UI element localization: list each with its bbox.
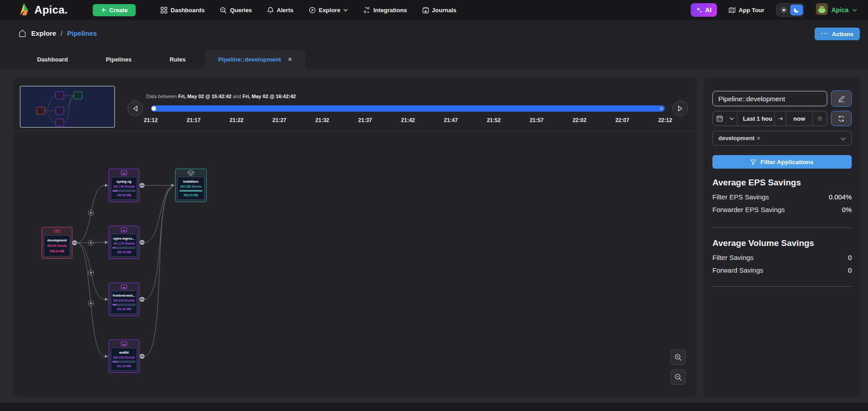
funnel-icon [750,159,756,165]
selected-tag-label: development [718,135,754,142]
graph-node-syslog-ng[interactable]: syslog-ng 102.74K Events 104.82 MB [109,169,139,202]
tab-pipelines[interactable]: Pipelines [87,50,151,69]
node-events: 100.41K Events [113,356,135,359]
nav-item-integrations[interactable]: Integrations [363,7,407,14]
stat-value: 0% [842,206,852,213]
time-range-picker[interactable]: Last 1 hou now ☆ [712,111,827,126]
node-size: 508.03 MB [50,250,64,253]
remove-tag-icon[interactable]: × [757,135,760,142]
zoom-in-icon [674,354,682,361]
node-progress [112,190,136,192]
zoom-in-button[interactable] [670,350,686,365]
apica-logo-icon [17,3,31,17]
node-body: auditd 100.41K Events 101.24 MB [111,348,137,371]
avatar [816,3,828,17]
zoom-out-button[interactable] [670,369,686,385]
graph-node-instastore[interactable]: InstaStore 405.18K Events 508.03 MB [175,169,207,202]
nav-item-journals[interactable]: Journals [422,7,456,14]
stat-row: Forward Savings 0 [712,266,852,274]
chevron-down-icon[interactable] [726,111,737,126]
app-tour-button[interactable]: App Tour [729,7,764,14]
create-button[interactable]: Create [93,4,136,16]
primary-nav: Dashboards Queries Alerts Explore Integr… [161,7,456,14]
chevron-down-icon [852,9,857,12]
stat-value: 0.004% [829,193,852,201]
node-progress [179,190,203,192]
edit-name-button[interactable] [831,90,852,107]
arrow-right-icon [774,111,786,126]
light-mode-option[interactable] [778,5,790,15]
datastore-cube-icon [175,169,206,176]
pipeline-sidebar: Last 1 hou now ☆ development × Filter Ap… [704,77,861,397]
theme-toggle[interactable] [776,3,804,17]
node-name: syslog-ng [116,180,131,183]
node-body: nginx-ingres... 101.17K Events 150.78 MB [111,234,137,257]
user-name: Apica [831,6,849,14]
filter-applications-button[interactable]: Filter Applications [712,155,852,169]
node-body: frontend-web... 100.87K Events 151.20 MB [111,291,137,314]
nav-item-queries[interactable]: Queries [220,7,251,14]
nav-item-alerts[interactable]: Alerts [267,7,294,14]
app-tour-label: App Tour [739,7,764,14]
tab-rules[interactable]: Rules [151,50,204,69]
graph-node-auditd[interactable]: auditd 100.41K Events 101.24 MB [109,340,139,373]
search-icon [220,7,227,14]
node-body: development 405.2K Events 508.03 MB [44,235,70,256]
time-to-value[interactable]: now [786,111,812,126]
home-icon[interactable] [18,29,27,38]
chevron-down-icon [343,9,348,12]
stat-row: Forwarder EPS Savings 0% [712,206,852,213]
nav-label: Queries [230,7,251,14]
stat-value: 0 [848,266,852,274]
node-progress [112,247,136,249]
node-events: 101.17K Events [113,242,135,245]
pipeline-canvas: Data between Fri, May 02 @ 15:42:42 and … [14,77,697,397]
footer-strip [0,403,868,411]
journal-icon [422,7,429,14]
refresh-icon [838,115,845,122]
app-root: Apica. Create Dashboards Queries Alerts … [0,0,868,411]
graph-node-frontend-web[interactable]: frontend-web... 100.87K Events 151.20 MB [109,283,139,316]
node-events: 100.87K Events [113,299,135,302]
moon-icon [793,7,799,13]
application-icon [109,226,139,233]
ai-button[interactable]: AI [691,3,717,17]
dark-mode-option[interactable] [790,5,803,15]
tab-pipeline-development[interactable]: Pipeline::development × [204,50,305,69]
application-icon [109,169,139,176]
breadcrumb-current[interactable]: Pipelines [67,29,97,37]
nav-item-explore[interactable]: Explore [309,7,348,14]
breadcrumb-row: Explore / Pipelines ··· Actions [0,20,868,46]
sparkles-icon [696,7,702,13]
actions-button[interactable]: ··· Actions [815,28,860,40]
divider [712,286,852,287]
nav-item-dashboards[interactable]: Dashboards [161,7,204,14]
application-icon [109,340,139,347]
nav-label: Alerts [277,7,294,14]
node-size: 151.20 MB [117,307,131,311]
node-size: 508.03 MB [184,194,198,197]
nav-label: Integrations [373,7,407,14]
refresh-button[interactable] [831,111,852,126]
node-name: InstaStore [183,180,199,183]
graph-node-nginx-ingress[interactable]: nginx-ingres... 101.17K Events 150.78 MB [109,226,139,259]
node-name: frontend-web... [113,294,135,297]
user-menu[interactable]: Apica [816,3,857,17]
brand[interactable]: Apica. [17,3,68,17]
graph-node-development[interactable]: development 405.2K Events 508.03 MB [42,227,72,259]
breadcrumb-parent: Explore [31,29,56,37]
tab-dashboard[interactable]: Dashboard [18,50,87,69]
time-range-value[interactable]: Last 1 hou [737,111,774,126]
stat-label: Filter Savings [712,254,754,261]
calendar-icon[interactable] [713,111,726,126]
pipeline-name-input[interactable] [712,91,827,106]
volume-savings-title: Average Volume Savings [712,238,814,248]
node-progress [112,304,136,306]
close-icon[interactable]: × [288,56,292,63]
chevron-down-icon [840,134,846,142]
nav-label: Dashboards [171,7,204,14]
nav-label: Explore [319,7,341,14]
node-events: 405.2K Events [47,244,67,247]
application-filter-select[interactable]: development × [712,131,852,146]
favorite-star-icon[interactable]: ☆ [812,111,827,126]
